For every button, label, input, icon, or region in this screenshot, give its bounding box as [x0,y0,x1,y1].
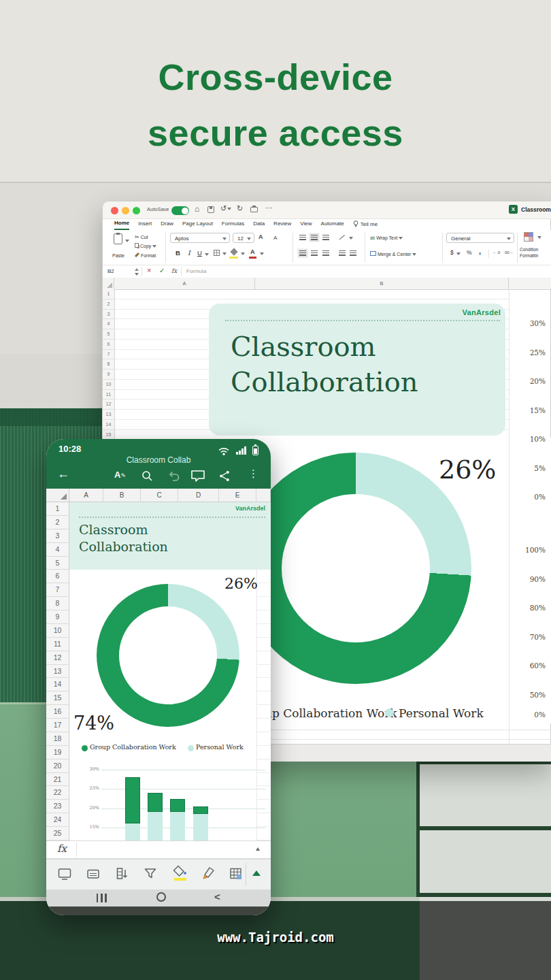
phone-row-header[interactable]: 19 [46,746,69,760]
shrink-font-button[interactable]: A [273,235,277,241]
row-header[interactable]: 9 [103,370,114,380]
menu-tab-data[interactable]: Data [253,219,265,229]
merge-center-button[interactable]: Merge & Center [370,251,416,257]
phone-col-header-B[interactable]: B [103,489,141,502]
redo-icon[interactable]: ↻ [237,204,243,213]
phone-select-all-corner[interactable] [46,489,69,502]
col-header-A[interactable]: A [114,278,255,289]
phone-row-header[interactable]: 24 [46,813,69,827]
number-format-select[interactable]: General [446,233,514,243]
phone-col-header-A[interactable]: A [69,489,103,502]
align-left-icon[interactable] [299,250,306,256]
home-window-icon[interactable]: ⌂ [195,204,199,214]
paste-icon[interactable] [114,233,122,244]
select-all-corner[interactable] [103,278,114,289]
font-size-select[interactable]: 12 [233,233,254,243]
insert-function-icon[interactable]: fx [171,267,177,274]
filter-icon[interactable] [143,866,158,881]
phone-formula-bar[interactable] [46,840,271,859]
col-header-B[interactable]: B [255,278,509,289]
align-center-icon[interactable] [311,250,318,256]
underline-button[interactable]: U [197,249,202,257]
menu-tab-review[interactable]: Review [273,219,291,229]
italic-button[interactable]: I [188,249,190,257]
name-box-down-icon[interactable] [135,273,139,276]
menu-tab-formulas[interactable]: Formulas [222,219,244,229]
phone-row-header[interactable]: 20 [46,760,69,773]
menu-tab-draw[interactable]: Draw [161,219,173,229]
phone-row-header[interactable]: 17 [46,719,69,732]
phone-row-header[interactable]: 3 [46,529,69,543]
currency-button[interactable]: $ [450,249,454,256]
comma-style-button[interactable]: , [479,247,481,255]
undo-button[interactable] [167,471,180,481]
phone-row-header[interactable]: 18 [46,732,69,746]
row-header[interactable]: 11 [103,390,114,400]
format-painter-mobile-icon[interactable] [201,866,216,881]
insert-table-icon[interactable] [229,866,244,881]
phone-row-header[interactable]: 6 [46,570,69,583]
phone-row-header[interactable]: 13 [46,665,69,679]
phone-col-header-C[interactable]: C [141,489,178,502]
decrease-indent-icon[interactable] [339,250,346,256]
phone-row-header[interactable]: 4 [46,543,69,557]
phone-row-header[interactable]: 21 [46,773,69,787]
phone-row-header[interactable]: 16 [46,705,69,719]
name-box-up-icon[interactable] [135,268,139,271]
sort-icon[interactable] [114,866,129,881]
align-middle-icon[interactable] [311,235,318,240]
autosave-toggle[interactable] [171,206,189,215]
percent-style-button[interactable]: % [467,249,472,256]
phone-row-header[interactable]: 12 [46,651,69,665]
phone-row-header[interactable]: 2 [46,516,69,529]
phone-row-header[interactable]: 5 [46,557,69,570]
grow-font-button[interactable]: A [258,233,263,240]
row-header[interactable]: 1 [103,289,114,299]
freeze-panes-icon[interactable] [57,866,72,881]
phone-row-header[interactable]: 8 [46,597,69,610]
phone-row-header[interactable]: 7 [46,583,69,597]
row-header[interactable]: 4 [103,319,114,329]
confirm-entry-icon[interactable]: ✓ [159,267,165,274]
menu-tab-page-layout[interactable]: Page Layout [182,219,213,229]
phone-row-header[interactable]: 11 [46,638,69,651]
name-box[interactable]: B2 [107,268,114,274]
phone-row-header[interactable]: 25 [46,827,69,840]
mac-close-button[interactable] [111,207,118,214]
increase-decimal-button[interactable]: ←.0 [492,250,500,255]
font-name-select[interactable]: Aptos [170,233,230,243]
row-header[interactable]: 12 [103,399,114,410]
nav-back-button[interactable]: < [214,891,220,902]
print-icon[interactable] [250,207,258,212]
share-icon[interactable] [218,470,231,483]
search-icon[interactable] [141,470,153,482]
wrap-text-button[interactable]: ab Wrap Text [370,235,403,240]
phone-col-header-E[interactable]: E [219,489,256,502]
comment-icon[interactable] [190,470,205,483]
fill-color-mobile-icon[interactable] [173,864,188,879]
row-header[interactable]: 3 [103,310,114,320]
align-bottom-icon[interactable] [322,235,329,240]
phone-col-header-D[interactable]: D [178,489,219,502]
bold-button[interactable]: B [176,249,180,257]
row-header[interactable]: 13 [103,410,114,420]
phone-row-header[interactable]: 1 [46,502,69,516]
row-header[interactable]: 14 [103,420,114,430]
mac-zoom-button[interactable] [133,207,140,214]
undo-icon[interactable]: ↺ [220,204,231,213]
toolbar-expand-icon[interactable] [252,870,261,876]
increase-indent-icon[interactable] [350,250,356,256]
cancel-entry-icon[interactable]: × [147,266,151,274]
row-header[interactable]: 6 [103,340,114,350]
nav-recents-button[interactable] [97,894,107,902]
phone-row-header[interactable]: 9 [46,610,69,624]
row-header[interactable]: 2 [103,299,114,310]
phone-row-header[interactable]: 23 [46,800,69,813]
align-right-icon[interactable] [322,250,329,256]
row-header[interactable]: 8 [103,359,114,370]
menu-tab-automate[interactable]: Automate [321,219,344,229]
titlebar-more-icon[interactable]: ⋯ [265,203,273,212]
phone-row-header[interactable]: 10 [46,624,69,638]
font-color-button[interactable]: A [250,248,255,255]
menu-tab-home[interactable]: Home [114,218,129,230]
